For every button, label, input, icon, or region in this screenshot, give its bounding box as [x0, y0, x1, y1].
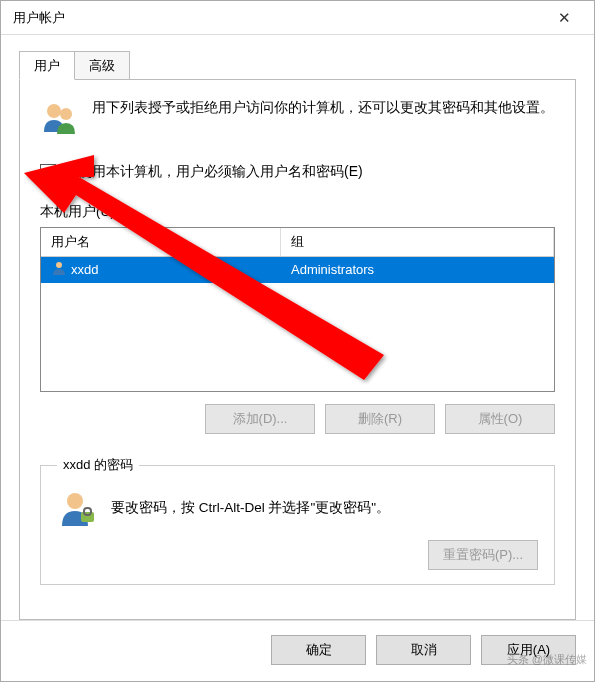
content-area: 用户 高级 用下列表授予或拒绝用户访问你的计算机，还可以更改其密码和其他设置。 …	[1, 35, 594, 620]
svg-point-2	[56, 262, 62, 268]
password-legend: xxdd 的密码	[57, 456, 139, 474]
titlebar: 用户帐户 ✕	[1, 1, 594, 35]
cell-group: Administrators	[281, 259, 554, 281]
tab-users[interactable]: 用户	[19, 51, 75, 80]
require-password-row: 要使用本计算机，用户必须输入用户名和密码(E)	[40, 163, 555, 181]
require-password-label: 要使用本计算机，用户必须输入用户名和密码(E)	[64, 163, 363, 181]
tab-panel-users: 用下列表授予或拒绝用户访问你的计算机，还可以更改其密码和其他设置。 要使用本计算…	[19, 79, 576, 620]
tab-advanced[interactable]: 高级	[74, 51, 130, 80]
user-accounts-dialog: 用户帐户 ✕ 用户 高级 用下列表授予或拒绝用户访问你的计算机，还可以更改其密码…	[0, 0, 595, 682]
close-button[interactable]: ✕	[544, 4, 584, 32]
password-user-icon	[57, 488, 97, 528]
password-btn-row: 重置密码(P)...	[57, 540, 538, 570]
intro-row: 用下列表授予或拒绝用户访问你的计算机，还可以更改其密码和其他设置。	[40, 98, 555, 141]
add-button[interactable]: 添加(D)...	[205, 404, 315, 434]
users-icon	[40, 98, 80, 141]
table-row[interactable]: xxdd Administrators	[41, 257, 554, 283]
ok-button[interactable]: 确定	[271, 635, 366, 665]
remove-button[interactable]: 删除(R)	[325, 404, 435, 434]
password-row: 要改密码，按 Ctrl-Alt-Del 并选择"更改密码"。	[57, 488, 538, 528]
svg-rect-4	[81, 512, 94, 522]
header-group[interactable]: 组	[281, 228, 554, 256]
properties-button[interactable]: 属性(O)	[445, 404, 555, 434]
tabs: 用户 高级	[19, 51, 576, 80]
password-text: 要改密码，按 Ctrl-Alt-Del 并选择"更改密码"。	[111, 499, 390, 517]
cell-username: xxdd	[41, 257, 281, 283]
dialog-footer: 确定 取消 应用(A)	[1, 620, 594, 681]
password-fieldset: xxdd 的密码 要改密码，按 Ctrl-Alt-Del 并选择"更改密码"。 …	[40, 456, 555, 585]
username-text: xxdd	[71, 262, 98, 277]
window-title: 用户帐户	[13, 9, 65, 27]
header-username[interactable]: 用户名	[41, 228, 281, 256]
list-header: 用户名 组	[41, 228, 554, 257]
user-list[interactable]: 用户名 组 xxdd Administrators	[40, 227, 555, 392]
svg-point-0	[47, 104, 61, 118]
reset-password-button[interactable]: 重置密码(P)...	[428, 540, 538, 570]
close-icon: ✕	[558, 9, 571, 27]
svg-point-1	[60, 108, 72, 120]
svg-point-3	[67, 493, 83, 509]
user-buttons-row: 添加(D)... 删除(R) 属性(O)	[40, 404, 555, 434]
user-list-label: 本机用户(U):	[40, 203, 555, 221]
watermark: 头条 @微课传媒	[507, 652, 587, 667]
intro-text: 用下列表授予或拒绝用户访问你的计算机，还可以更改其密码和其他设置。	[92, 98, 554, 141]
require-password-checkbox[interactable]	[40, 164, 56, 180]
user-row-icon	[51, 260, 67, 279]
cancel-button[interactable]: 取消	[376, 635, 471, 665]
